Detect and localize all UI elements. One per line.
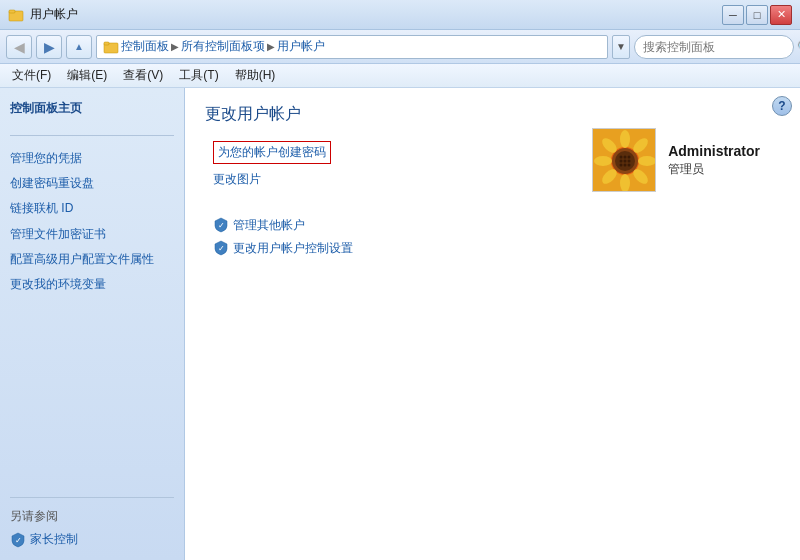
title-bar: 用户帐户 ─ □ ✕ — [0, 0, 800, 30]
svg-point-15 — [594, 156, 612, 166]
menu-help[interactable]: 帮助(H) — [227, 65, 284, 86]
forward-button[interactable]: ▶ — [36, 35, 62, 59]
svg-point-23 — [624, 160, 627, 163]
parental-control-label: 家长控制 — [30, 531, 78, 548]
user-name: Administrator — [668, 143, 760, 159]
path-sep-1: ▶ — [171, 41, 179, 52]
user-role: 管理员 — [668, 161, 760, 178]
sidebar-link-cert[interactable]: 管理文件加密证书 — [10, 222, 174, 247]
svg-point-27 — [628, 164, 631, 167]
sidebar-title: 控制面板主页 — [10, 100, 174, 117]
back-button[interactable]: ◀ — [6, 35, 32, 59]
sidebar-divider-2 — [10, 497, 174, 498]
address-path: 控制面板 ▶ 所有控制面板项 ▶ 用户帐户 — [96, 35, 608, 59]
manage-other-accounts-link[interactable]: ✓ 管理其他帐户 — [213, 214, 780, 237]
close-button[interactable]: ✕ — [770, 5, 792, 25]
address-bar: ◀ ▶ ▲ 控制面板 ▶ 所有控制面板项 ▶ 用户帐户 ▼ 🔍 — [0, 30, 800, 64]
user-avatar — [592, 128, 656, 192]
title-bar-text: 用户帐户 — [30, 6, 78, 23]
address-dropdown[interactable]: ▼ — [612, 35, 630, 59]
sidebar-bottom: 另请参阅 ✓ 家长控制 — [10, 487, 174, 548]
path-item-all[interactable]: 所有控制面板项 — [181, 38, 265, 55]
forward-arrow-icon: ▶ — [44, 39, 55, 55]
sidebar-see-also-label: 另请参阅 — [10, 508, 174, 525]
path-item-controlpanel[interactable]: 控制面板 — [121, 38, 169, 55]
menu-tools[interactable]: 工具(T) — [171, 65, 226, 86]
sidebar-divider-1 — [10, 135, 174, 136]
sidebar-link-env[interactable]: 更改我的环境变量 — [10, 272, 174, 297]
svg-point-11 — [638, 156, 656, 166]
menu-file[interactable]: 文件(F) — [4, 65, 59, 86]
help-button[interactable]: ? — [772, 96, 792, 116]
back-arrow-icon: ◀ — [14, 39, 25, 55]
sidebar-link-advanced[interactable]: 配置高级用户配置文件属性 — [10, 247, 174, 272]
sidebar: 控制面板主页 管理您的凭据 创建密码重设盘 链接联机 ID 管理文件加密证书 配… — [0, 88, 185, 560]
search-box: 🔍 — [634, 35, 794, 59]
uac-settings-label: 更改用户帐户控制设置 — [233, 240, 353, 257]
content-area: 更改用户帐户 为您的帐户创建密码 更改图片 ✓ 管理其他帐户 ✓ 更改用户帐户控 — [185, 88, 800, 560]
svg-point-21 — [628, 156, 631, 159]
svg-point-20 — [624, 156, 627, 159]
title-bar-left: 用户帐户 — [8, 6, 78, 23]
user-info: Administrator 管理员 — [668, 143, 760, 178]
folder-icon — [8, 7, 24, 23]
svg-text:✓: ✓ — [218, 221, 225, 230]
menu-view[interactable]: 查看(V) — [115, 65, 171, 86]
svg-point-26 — [624, 164, 627, 167]
up-arrow-icon: ▲ — [74, 41, 84, 52]
shield-blue-icon: ✓ — [213, 217, 229, 233]
avatar-image — [593, 129, 656, 192]
path-item-useraccount[interactable]: 用户帐户 — [277, 38, 325, 55]
svg-point-13 — [620, 174, 630, 192]
maximize-button[interactable]: □ — [746, 5, 768, 25]
main-layout: 控制面板主页 管理您的凭据 创建密码重设盘 链接联机 ID 管理文件加密证书 配… — [0, 88, 800, 560]
svg-point-25 — [620, 164, 623, 167]
content-title: 更改用户帐户 — [205, 104, 780, 125]
path-sep-2: ▶ — [267, 41, 275, 52]
svg-point-9 — [620, 130, 630, 148]
search-input[interactable] — [643, 40, 793, 54]
folder-small-icon — [103, 39, 119, 55]
sidebar-link-credentials[interactable]: 管理您的凭据 — [10, 146, 174, 171]
create-password-label[interactable]: 为您的帐户创建密码 — [213, 141, 331, 164]
menu-edit[interactable]: 编辑(E) — [59, 65, 115, 86]
sidebar-link-password-reset[interactable]: 创建密码重设盘 — [10, 171, 174, 196]
shield-blue-icon-2: ✓ — [213, 240, 229, 256]
title-bar-buttons: ─ □ ✕ — [722, 5, 792, 25]
svg-rect-1 — [9, 10, 15, 13]
minimize-button[interactable]: ─ — [722, 5, 744, 25]
svg-text:✓: ✓ — [15, 536, 22, 545]
uac-settings-link[interactable]: ✓ 更改用户帐户控制设置 — [213, 237, 780, 260]
up-button[interactable]: ▲ — [66, 35, 92, 59]
shield-icon: ✓ — [10, 532, 26, 548]
svg-point-22 — [620, 160, 623, 163]
user-card: Administrator 管理员 — [592, 128, 760, 192]
svg-rect-3 — [104, 42, 109, 45]
svg-text:✓: ✓ — [218, 244, 225, 253]
other-links: ✓ 管理其他帐户 ✓ 更改用户帐户控制设置 — [213, 214, 780, 260]
menu-bar: 文件(F) 编辑(E) 查看(V) 工具(T) 帮助(H) — [0, 64, 800, 88]
sidebar-parental-control-link[interactable]: ✓ 家长控制 — [10, 531, 174, 548]
manage-other-accounts-label: 管理其他帐户 — [233, 217, 305, 234]
svg-point-19 — [620, 156, 623, 159]
dropdown-arrow-icon: ▼ — [616, 41, 626, 52]
sidebar-link-linked-id[interactable]: 链接联机 ID — [10, 196, 174, 221]
svg-point-24 — [628, 160, 631, 163]
